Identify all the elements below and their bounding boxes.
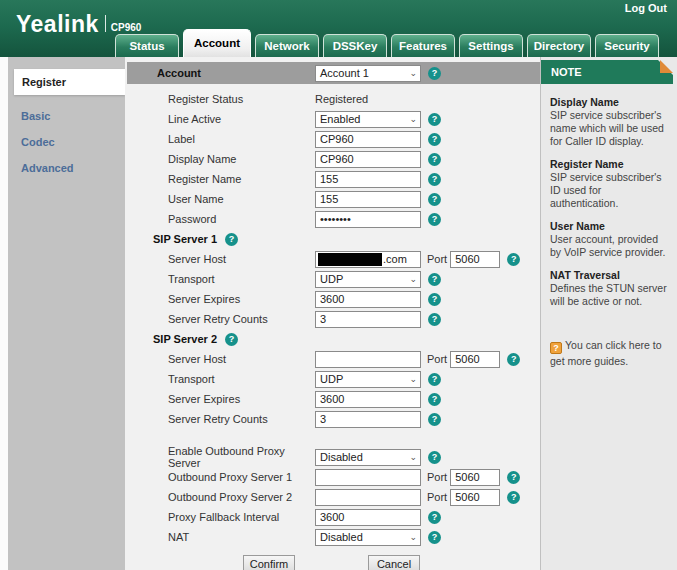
sip-server-2-label: SIP Server 2 (127, 333, 217, 345)
server-retry-counts-input[interactable] (315, 411, 421, 428)
outbound-proxy-server-2-input[interactable] (315, 489, 421, 506)
server-host-label: Server Host (127, 253, 315, 265)
note-entry-nat-traversal: NAT TraversalDefines the STUN server wil… (550, 269, 669, 308)
proxy-fallback-interval-input[interactable] (315, 509, 421, 526)
user-name-label: User Name (127, 193, 315, 205)
server-expires-input[interactable] (315, 291, 421, 308)
enable-outbound-proxy-server-help-icon[interactable]: ? (428, 451, 441, 464)
outbound-proxy-server-1-input[interactable] (315, 469, 421, 486)
line-active-label: Line Active (127, 113, 315, 125)
enable-outbound-proxy-server-label: Enable Outbound Proxy Server (127, 445, 315, 469)
display-name-help-icon[interactable]: ? (428, 153, 441, 166)
server-host-row: Server HostPort? (127, 349, 540, 369)
sidebar: RegisterBasicCodecAdvanced (8, 57, 125, 570)
tab-features[interactable]: Features (391, 34, 455, 57)
chevron-down-icon: ⌄ (409, 275, 417, 284)
server-retry-counts-input[interactable] (315, 311, 421, 328)
line-active-help-icon[interactable]: ? (428, 113, 441, 126)
sip-server-1-label: SIP Server 1 (127, 233, 217, 245)
nat-select[interactable]: Disabled⌄ (315, 529, 421, 546)
password-help-icon[interactable]: ? (428, 213, 441, 226)
server-expires-label: Server Expires (127, 293, 315, 305)
nat-help-icon[interactable]: ? (428, 531, 441, 544)
server-host-help-icon[interactable]: ? (507, 353, 520, 366)
transport-help-icon[interactable]: ? (428, 373, 441, 386)
account-help-icon[interactable]: ? (428, 67, 441, 80)
sidebar-item-basic[interactable]: Basic (8, 103, 125, 129)
tab-network[interactable]: Network (255, 34, 319, 57)
outbound-proxy-server-2-port-input[interactable] (450, 489, 500, 506)
outbound-proxy-server-2-port-label: Port (427, 491, 447, 503)
server-host-port-input[interactable] (450, 251, 500, 268)
register-name-label: Register Name (127, 173, 315, 185)
account-select[interactable]: Account 1 ⌄ (315, 65, 421, 82)
server-expires-row: Server Expires? (127, 289, 540, 309)
account-bar-label: Account (127, 67, 315, 79)
server-host-input[interactable]: .com (315, 251, 421, 268)
server-host-input[interactable] (315, 351, 421, 368)
register-status-value: Registered (315, 93, 368, 105)
display-name-label: Display Name (127, 153, 315, 165)
label-input[interactable] (315, 131, 421, 148)
sidebar-item-register[interactable]: Register (14, 69, 125, 95)
outbound-proxy-server-2-label: Outbound Proxy Server 2 (127, 491, 315, 503)
sip-server-2-help-icon[interactable]: ? (225, 333, 238, 346)
proxy-fallback-interval-row: Proxy Fallback Interval? (127, 507, 540, 527)
server-host-port-input[interactable] (450, 351, 500, 368)
transport-select[interactable]: UDP⌄ (315, 271, 421, 288)
register-name-description: SIP service subscriber's ID used for aut… (550, 171, 669, 210)
tab-settings[interactable]: Settings (459, 34, 523, 57)
user-name-help-icon[interactable]: ? (428, 193, 441, 206)
label-help-icon[interactable]: ? (428, 133, 441, 146)
register-status-label: Register Status (127, 93, 315, 105)
transport-select[interactable]: UDP⌄ (315, 371, 421, 388)
transport-row: TransportUDP⌄? (127, 269, 540, 289)
server-expires-input[interactable] (315, 391, 421, 408)
server-host-help-icon[interactable]: ? (507, 253, 520, 266)
note-guides-link[interactable]: ?You can click here to get more guides. (550, 338, 669, 368)
transport-select-value: UDP (320, 373, 343, 385)
proxy-fallback-interval-help-icon[interactable]: ? (428, 511, 441, 524)
server-retry-counts-help-icon[interactable]: ? (428, 313, 441, 326)
chevron-down-icon: ⌄ (409, 69, 417, 78)
main-form: Account Account 1 ⌄ ? Register StatusReg… (125, 57, 540, 570)
server-retry-counts-row: Server Retry Counts? (127, 309, 540, 329)
transport-select-value: UDP (320, 273, 343, 285)
line-active-row: Line ActiveEnabled⌄? (127, 109, 540, 129)
tab-account[interactable]: Account (183, 29, 251, 57)
display-name-row: Display Name? (127, 149, 540, 169)
line-active-select[interactable]: Enabled⌄ (315, 111, 421, 128)
outbound-proxy-server-1-port-input[interactable] (450, 469, 500, 486)
user-name-input[interactable] (315, 191, 421, 208)
line-active-select-value: Enabled (320, 113, 360, 125)
enable-outbound-proxy-server-select[interactable]: Disabled⌄ (315, 449, 421, 466)
logout-link[interactable]: Log Out (625, 2, 667, 14)
register-name-help-icon[interactable]: ? (428, 173, 441, 186)
password-password-input[interactable] (315, 211, 421, 228)
transport-label: Transport (127, 373, 315, 385)
server-expires-help-icon[interactable]: ? (428, 393, 441, 406)
tab-dsskey[interactable]: DSSKey (323, 34, 387, 57)
server-retry-counts-help-icon[interactable]: ? (428, 413, 441, 426)
sidebar-item-codec[interactable]: Codec (8, 129, 125, 155)
tab-status[interactable]: Status (115, 34, 179, 57)
tab-directory[interactable]: Directory (527, 34, 591, 57)
note-header: NOTE (541, 60, 673, 84)
left-strip (0, 57, 8, 570)
nat-traversal-heading: NAT Traversal (550, 269, 669, 281)
enable-outbound-proxy-server-row: Enable Outbound Proxy ServerDisabled⌄? (127, 447, 540, 467)
outbound-proxy-server-2-help-icon[interactable]: ? (507, 491, 520, 504)
display-name-input[interactable] (315, 151, 421, 168)
server-expires-help-icon[interactable]: ? (428, 293, 441, 306)
cancel-button[interactable]: Cancel (368, 555, 420, 570)
tab-bar: StatusAccountNetworkDSSKeyFeaturesSettin… (115, 29, 663, 57)
transport-help-icon[interactable]: ? (428, 273, 441, 286)
account-bar: Account Account 1 ⌄ ? (127, 62, 540, 84)
register-name-input[interactable] (315, 171, 421, 188)
tab-security[interactable]: Security (595, 34, 659, 57)
note-tip-text: You can click here to get more guides. (550, 339, 662, 367)
sidebar-item-advanced[interactable]: Advanced (8, 155, 125, 181)
sip-server-1-help-icon[interactable]: ? (225, 233, 238, 246)
outbound-proxy-server-1-help-icon[interactable]: ? (507, 471, 520, 484)
confirm-button[interactable]: Confirm (243, 555, 295, 570)
